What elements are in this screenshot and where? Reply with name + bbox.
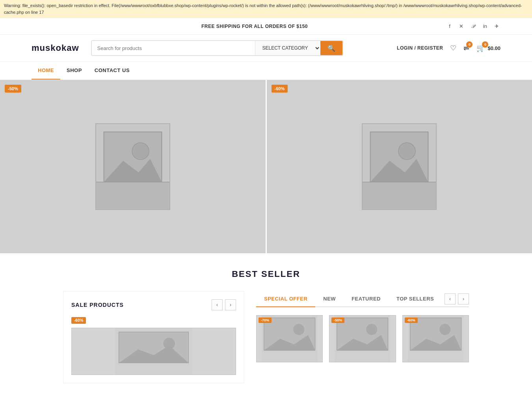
sale-products-header: SALE PRODUCTS ‹ › bbox=[71, 299, 236, 310]
cart-total: $0.00 bbox=[487, 45, 500, 51]
product-badge-3: -60% bbox=[405, 317, 418, 323]
svg-rect-10 bbox=[363, 182, 436, 209]
sale-badge: -60% bbox=[71, 317, 86, 324]
logo[interactable]: muskokaw bbox=[32, 43, 79, 53]
tabs-chevron-left-icon: ‹ bbox=[449, 296, 451, 302]
sale-products-next-button[interactable]: › bbox=[225, 299, 236, 310]
tab-featured[interactable]: FEATURED bbox=[344, 291, 389, 307]
hero-badge-1: -50% bbox=[5, 85, 21, 93]
search-input[interactable] bbox=[92, 41, 255, 55]
header: muskokaw SELECT CATEGORY 🔍 LOGIN / REGIS… bbox=[0, 35, 532, 62]
main-content: -50% -60% bbox=[0, 80, 532, 399]
warning-text: Warning: file_exists(): open_basedir res… bbox=[4, 3, 522, 15]
tabs-chevron-right-icon: › bbox=[463, 296, 464, 302]
sale-products-nav: ‹ › bbox=[212, 299, 236, 310]
telegram-icon[interactable]: ✈ bbox=[493, 23, 500, 30]
login-register-link[interactable]: LOGIN / REGISTER bbox=[397, 45, 443, 51]
promo-text: FREE SHIPPING FOR ALL ORDERS OF $150 bbox=[201, 24, 308, 29]
hero-product-image-2 bbox=[362, 123, 437, 210]
nav-bar: HOME SHOP CONTACT US bbox=[0, 62, 532, 80]
hero-slide-1[interactable]: -50% bbox=[0, 80, 267, 253]
nav-item-home[interactable]: HOME bbox=[32, 62, 60, 80]
cart-icon-wrapper: 🛒 0 bbox=[476, 44, 485, 52]
category-select[interactable]: SELECT CATEGORY bbox=[255, 41, 320, 55]
linkedin-icon[interactable]: in bbox=[482, 23, 489, 30]
header-actions: LOGIN / REGISTER ♡ ⇌ 0 🛒 0 $0.00 bbox=[397, 44, 500, 52]
facebook-icon[interactable]: f bbox=[446, 23, 453, 30]
hero-slide-2[interactable]: -60% bbox=[267, 80, 532, 253]
nav-item-contact[interactable]: CONTACT US bbox=[88, 62, 136, 80]
tab-new[interactable]: NEW bbox=[315, 291, 344, 307]
svg-point-18 bbox=[293, 324, 304, 335]
search-icon: 🔍 bbox=[327, 45, 335, 52]
tab-top-sellers[interactable]: TOP SELLERS bbox=[389, 291, 442, 307]
product-badge-2: -50% bbox=[331, 317, 344, 323]
svg-point-2 bbox=[132, 143, 149, 160]
special-offer-nav: ‹ › bbox=[445, 293, 469, 304]
svg-point-8 bbox=[398, 143, 415, 160]
search-button[interactable]: 🔍 bbox=[320, 41, 342, 55]
hero-slider: -50% -60% bbox=[0, 80, 532, 253]
svg-point-22 bbox=[366, 324, 377, 335]
promo-bar: FREE SHIPPING FOR ALL ORDERS OF $150 f ✕… bbox=[0, 18, 532, 35]
nav-item-shop[interactable]: SHOP bbox=[60, 62, 88, 80]
special-offer-prev-button[interactable]: ‹ bbox=[445, 293, 456, 304]
svg-point-26 bbox=[439, 324, 450, 335]
tab-special-offer[interactable]: SPECIAL OFFER bbox=[256, 291, 315, 307]
search-bar: SELECT CATEGORY 🔍 bbox=[91, 40, 343, 56]
wishlist-button[interactable]: ♡ bbox=[450, 44, 456, 52]
best-seller-title: BEST SELLER bbox=[32, 269, 500, 279]
special-offer-products: -70% -50% bbox=[256, 315, 469, 362]
sale-product-image bbox=[71, 328, 236, 375]
special-offer-panel: SPECIAL OFFER NEW FEATURED TOP SELLERS ‹ bbox=[256, 291, 469, 383]
warning-bar: Warning: file_exists(): open_basedir res… bbox=[0, 0, 532, 18]
sale-products-title: SALE PRODUCTS bbox=[71, 302, 124, 308]
hero-badge-2: -60% bbox=[272, 85, 288, 93]
svg-rect-4 bbox=[96, 182, 169, 209]
social-icons: f ✕ 𝒫 in ✈ bbox=[446, 23, 500, 30]
cart-button[interactable]: 🛒 0 $0.00 bbox=[476, 44, 500, 52]
list-item[interactable]: -60% bbox=[402, 315, 469, 362]
list-item[interactable]: -50% bbox=[329, 315, 396, 362]
bottom-section: SALE PRODUCTS ‹ › -60% bbox=[32, 291, 500, 399]
chevron-left-icon: ‹ bbox=[216, 302, 218, 308]
sale-products-panel: SALE PRODUCTS ‹ › -60% bbox=[63, 291, 244, 383]
special-offer-next-button[interactable]: › bbox=[458, 293, 469, 304]
product-badge-1: -70% bbox=[259, 317, 272, 323]
x-twitter-icon[interactable]: ✕ bbox=[458, 23, 465, 30]
compare-button[interactable]: ⇌ 0 bbox=[463, 44, 469, 52]
hero-product-image-1 bbox=[95, 123, 170, 210]
heart-icon: ♡ bbox=[450, 44, 456, 52]
tabs-header: SPECIAL OFFER NEW FEATURED TOP SELLERS ‹ bbox=[256, 291, 469, 307]
pinterest-icon[interactable]: 𝒫 bbox=[470, 23, 477, 30]
sale-products-prev-button[interactable]: ‹ bbox=[212, 299, 223, 310]
list-item[interactable]: -70% bbox=[256, 315, 323, 362]
chevron-right-icon: › bbox=[230, 302, 231, 308]
best-seller-section: BEST SELLER SALE PRODUCTS ‹ › -60% bbox=[0, 253, 532, 399]
compare-badge: 0 bbox=[466, 41, 472, 48]
